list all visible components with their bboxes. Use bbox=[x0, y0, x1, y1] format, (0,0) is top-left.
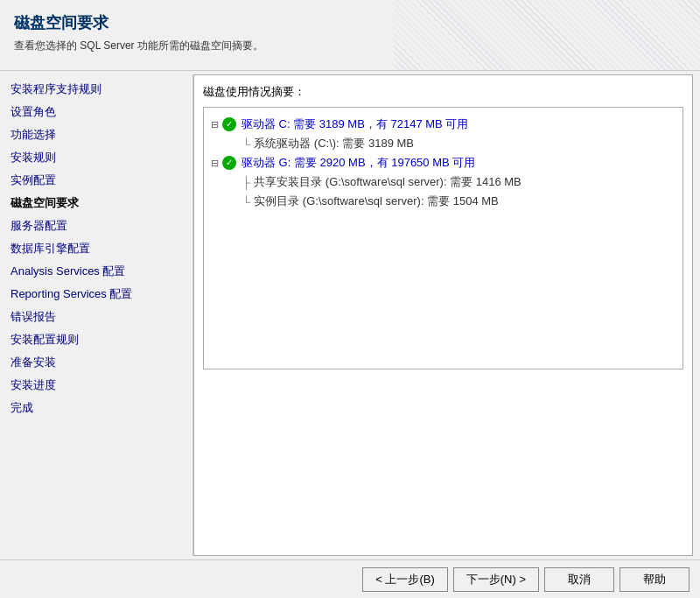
sidebar-item-10[interactable]: 错误报告 bbox=[0, 306, 192, 328]
sidebar-item-4[interactable]: 实例配置 bbox=[0, 169, 192, 192]
main-area: 安装程序支持规则设置角色功能选择安装规则实例配置磁盘空间要求服务器配置数据库引擎… bbox=[0, 70, 700, 559]
next-button[interactable]: 下一步(N) > bbox=[453, 567, 539, 592]
back-button[interactable]: < 上一步(B) bbox=[362, 567, 448, 592]
page-subtitle: 查看您选择的 SQL Server 功能所需的磁盘空间摘要。 bbox=[14, 39, 263, 53]
tree-sub-1-1: └实例目录 (G:\software\sql server): 需要 1504 … bbox=[211, 192, 676, 211]
cancel-button[interactable]: 取消 bbox=[544, 567, 614, 592]
tree-drive-0: ⊟✓驱动器 C: 需要 3189 MB，有 72147 MB 可用 bbox=[211, 115, 676, 134]
sidebar-item-1[interactable]: 设置角色 bbox=[0, 101, 192, 123]
drive-text-1: 驱动器 G: 需要 2920 MB，有 197650 MB 可用 bbox=[242, 155, 475, 171]
sidebar-item-7[interactable]: 数据库引擎配置 bbox=[0, 237, 192, 260]
drive-text-0: 驱动器 C: 需要 3189 MB，有 72147 MB 可用 bbox=[242, 116, 468, 132]
sidebar-item-0[interactable]: 安装程序支持规则 bbox=[0, 78, 192, 101]
sidebar-item-9[interactable]: Reporting Services 配置 bbox=[0, 283, 192, 306]
sidebar-item-5[interactable]: 磁盘空间要求 bbox=[0, 192, 192, 215]
sidebar-item-2[interactable]: 功能选择 bbox=[0, 123, 192, 146]
main-window: 磁盘空间要求 查看您选择的 SQL Server 功能所需的磁盘空间摘要。 安装… bbox=[0, 0, 700, 598]
connector-icon: └ bbox=[242, 195, 250, 208]
connector-icon: ├ bbox=[242, 176, 250, 189]
expand-icon-1[interactable]: ⊟ bbox=[211, 158, 219, 169]
button-bar: < 上一步(B) 下一步(N) > 取消 帮助 bbox=[0, 559, 700, 598]
child-text-1-0: 共享安装目录 (G:\software\sql server): 需要 1416… bbox=[254, 174, 522, 190]
disk-tree: ⊟✓驱动器 C: 需要 3189 MB，有 72147 MB 可用└系统驱动器 … bbox=[203, 107, 683, 369]
tree-sub-1-0: ├共享安装目录 (G:\software\sql server): 需要 141… bbox=[211, 172, 676, 192]
child-text-1-1: 实例目录 (G:\software\sql server): 需要 1504 M… bbox=[254, 193, 499, 209]
check-icon-0: ✓ bbox=[222, 117, 236, 131]
check-icon-1: ✓ bbox=[222, 156, 236, 170]
header-title-area: 磁盘空间要求 查看您选择的 SQL Server 功能所需的磁盘空间摘要。 bbox=[14, 12, 263, 53]
tree-sub-0-0: └系统驱动器 (C:\): 需要 3189 MB bbox=[211, 134, 676, 153]
sidebar-item-11[interactable]: 安装配置规则 bbox=[0, 328, 192, 351]
child-text-0-0: 系统驱动器 (C:\): 需要 3189 MB bbox=[254, 136, 414, 151]
sidebar-item-14[interactable]: 完成 bbox=[0, 397, 192, 419]
page-title: 磁盘空间要求 bbox=[14, 12, 263, 33]
sidebar-item-6[interactable]: 服务器配置 bbox=[0, 215, 192, 237]
connector-icon: └ bbox=[242, 137, 250, 151]
sidebar: 安装程序支持规则设置角色功能选择安装规则实例配置磁盘空间要求服务器配置数据库引擎… bbox=[0, 71, 192, 559]
expand-icon-0[interactable]: ⊟ bbox=[211, 119, 219, 130]
content-panel: 磁盘使用情况摘要： ⊟✓驱动器 C: 需要 3189 MB，有 72147 MB… bbox=[193, 74, 693, 556]
sidebar-item-13[interactable]: 安装进度 bbox=[0, 374, 192, 397]
tree-drive-1: ⊟✓驱动器 G: 需要 2920 MB，有 197650 MB 可用 bbox=[211, 153, 676, 172]
sidebar-item-12[interactable]: 准备安装 bbox=[0, 351, 192, 374]
sidebar-item-8[interactable]: Analysis Services 配置 bbox=[0, 260, 192, 283]
header-area: 磁盘空间要求 查看您选择的 SQL Server 功能所需的磁盘空间摘要。 bbox=[0, 0, 700, 70]
panel-title: 磁盘使用情况摘要： bbox=[203, 84, 683, 100]
sidebar-item-3[interactable]: 安装规则 bbox=[0, 146, 192, 169]
help-button[interactable]: 帮助 bbox=[620, 567, 690, 592]
